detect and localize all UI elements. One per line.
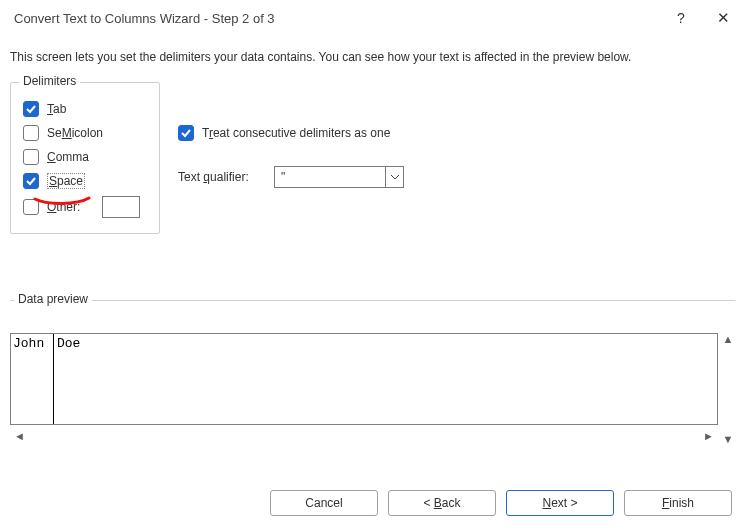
delimiter-other-row[interactable]: Other:	[23, 195, 149, 219]
text-qualifier-value: "	[275, 170, 385, 184]
checkbox-semicolon[interactable]	[23, 125, 39, 141]
checkbox-tab-label: Tab	[47, 102, 66, 116]
delimiter-tab-row[interactable]: Tab	[23, 97, 149, 121]
preview-cell: John	[13, 336, 44, 351]
data-preview-area: John Doe ▲ ▼ ◄ ►	[10, 333, 736, 445]
delimiters-group: Delimiters Tab SeMicolon Comma Space	[10, 82, 160, 234]
checkbox-comma-label: Comma	[47, 150, 89, 164]
data-preview-grid[interactable]: John Doe	[10, 333, 718, 425]
title-bar: Convert Text to Columns Wizard - Step 2 …	[0, 0, 750, 36]
other-delimiter-input[interactable]	[102, 196, 140, 218]
checkbox-space[interactable]	[23, 173, 39, 189]
text-qualifier-combo[interactable]: "	[274, 166, 404, 188]
chevron-down-icon	[385, 167, 403, 187]
scroll-left-icon: ◄	[14, 430, 25, 442]
dialog-title: Convert Text to Columns Wizard - Step 2 …	[14, 11, 660, 26]
preview-horizontal-scrollbar[interactable]: ◄ ►	[10, 427, 718, 445]
back-button[interactable]: < Back	[388, 490, 496, 516]
delimiter-semicolon-row[interactable]: SeMicolon	[23, 121, 149, 145]
data-preview-group: Data preview John Doe ▲ ▼ ◄ ►	[10, 300, 736, 445]
text-qualifier-row: Text qualifier: "	[178, 166, 404, 188]
checkbox-other[interactable]	[23, 199, 39, 215]
preview-vertical-scrollbar[interactable]: ▲ ▼	[720, 333, 736, 445]
delimiter-comma-row[interactable]: Comma	[23, 145, 149, 169]
checkbox-semicolon-label: SeMicolon	[47, 126, 103, 140]
scroll-right-icon: ►	[703, 430, 714, 442]
scroll-up-icon: ▲	[723, 333, 734, 345]
finish-button[interactable]: Finish	[624, 490, 732, 516]
cancel-button[interactable]: Cancel	[270, 490, 378, 516]
help-icon: ?	[677, 10, 685, 26]
consecutive-row[interactable]: Treat consecutive delimiters as one	[178, 122, 404, 144]
next-button[interactable]: Next >	[506, 490, 614, 516]
dialog-footer: Cancel < Back Next > Finish	[270, 490, 732, 516]
dialog-description: This screen lets you set the delimiters …	[0, 36, 750, 82]
checkbox-consecutive-label: Treat consecutive delimiters as one	[202, 126, 390, 140]
delimiters-legend: Delimiters	[19, 74, 80, 88]
preview-cell: Doe	[57, 336, 80, 351]
scroll-down-icon: ▼	[723, 433, 734, 445]
delimiter-options: Treat consecutive delimiters as one Text…	[178, 122, 404, 188]
delimiter-space-row[interactable]: Space	[23, 169, 149, 193]
close-icon: ✕	[717, 9, 730, 27]
checkbox-other-label: Other:	[47, 200, 80, 214]
checkbox-space-label: Space	[47, 173, 85, 189]
text-qualifier-label: Text qualifier:	[178, 170, 274, 184]
column-separator	[53, 334, 54, 424]
close-button[interactable]: ✕	[702, 3, 744, 33]
checkbox-consecutive[interactable]	[178, 125, 194, 141]
data-preview-legend: Data preview	[14, 292, 92, 306]
help-button[interactable]: ?	[660, 3, 702, 33]
checkbox-tab[interactable]	[23, 101, 39, 117]
checkbox-comma[interactable]	[23, 149, 39, 165]
